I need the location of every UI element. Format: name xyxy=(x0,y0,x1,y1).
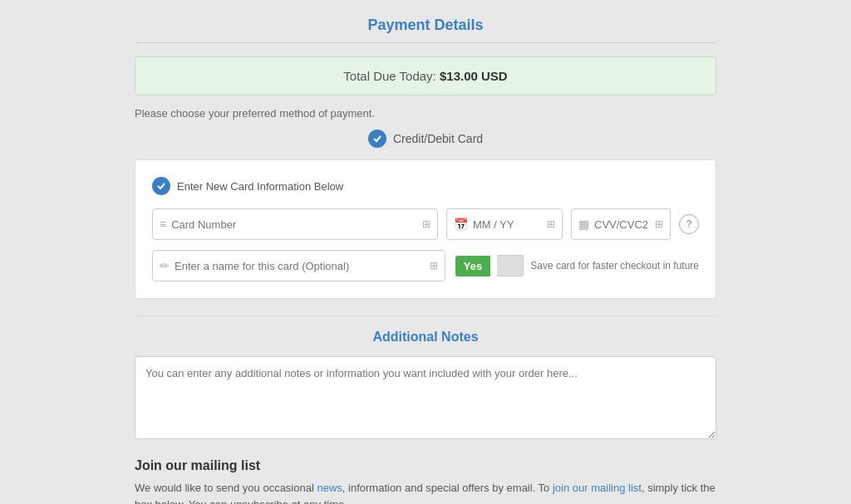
card-number-wrapper[interactable]: ≡ ⊞ xyxy=(152,208,438,240)
expiry-input[interactable] xyxy=(473,218,544,231)
card-info-header: Enter New Card Information Below xyxy=(152,177,699,195)
mailing-title: Join our mailing list xyxy=(135,458,716,473)
payment-method-label: Credit/Debit Card xyxy=(393,132,483,145)
card-info-box: Enter New Card Information Below ≡ ⊞ 📅 ⊞… xyxy=(135,159,716,299)
save-card-toggle-track[interactable] xyxy=(497,255,524,276)
cvv-flag: ⊞ xyxy=(655,218,663,230)
expiry-wrapper[interactable]: 📅 ⊞ xyxy=(446,208,563,240)
mailing-section: Join our mailing list We would like to s… xyxy=(135,458,716,504)
total-due-amount: $13.00 USD xyxy=(440,69,508,83)
cvv-icon: ▦ xyxy=(578,218,589,231)
pencil-icon: ✏ xyxy=(160,259,170,272)
mailing-description: We would like to send you occasional new… xyxy=(135,480,716,504)
card-name-wrapper[interactable]: ✏ ⊞ xyxy=(152,250,445,281)
card-number-input[interactable] xyxy=(171,218,419,231)
total-due-label: Total Due Today: xyxy=(343,69,435,83)
mailing-join-link[interactable]: join our mailing list xyxy=(553,482,642,494)
card-name-row: ✏ ⊞ Yes Save card for faster checkout in… xyxy=(152,250,699,281)
payment-method-prompt: Please choose your preferred method of p… xyxy=(135,107,716,120)
payment-method-option[interactable]: Credit/Debit Card xyxy=(135,130,716,148)
cvv-input[interactable] xyxy=(594,218,652,231)
card-name-input[interactable] xyxy=(175,260,426,272)
card-fields-row: ≡ ⊞ 📅 ⊞ ▦ ⊞ ? xyxy=(152,208,699,240)
total-due-box: Total Due Today: $13.00 USD xyxy=(135,56,716,95)
calendar-icon: 📅 xyxy=(454,218,468,231)
card-icon: ≡ xyxy=(160,218,166,231)
cvv-help-button[interactable]: ? xyxy=(679,214,699,234)
save-card-toggle[interactable]: Yes xyxy=(455,256,490,276)
card-number-flag: ⊞ xyxy=(422,218,430,230)
cvv-wrapper[interactable]: ▦ ⊞ xyxy=(571,208,671,240)
card-name-flag: ⊞ xyxy=(430,260,438,272)
section-divider xyxy=(135,316,716,316)
card-check-circle-icon xyxy=(152,177,170,195)
save-card-label: Save card for faster checkout in future xyxy=(530,260,699,272)
check-circle-icon xyxy=(368,130,386,148)
mailing-news-link[interactable]: news xyxy=(317,482,342,494)
save-card-row: Yes Save card for faster checkout in fut… xyxy=(455,255,699,276)
page-title: Payment Details xyxy=(135,17,716,43)
additional-notes-title: Additional Notes xyxy=(135,330,716,345)
additional-notes-textarea[interactable] xyxy=(135,356,716,439)
expiry-flag: ⊞ xyxy=(547,218,555,230)
card-info-header-text: Enter New Card Information Below xyxy=(177,180,343,193)
